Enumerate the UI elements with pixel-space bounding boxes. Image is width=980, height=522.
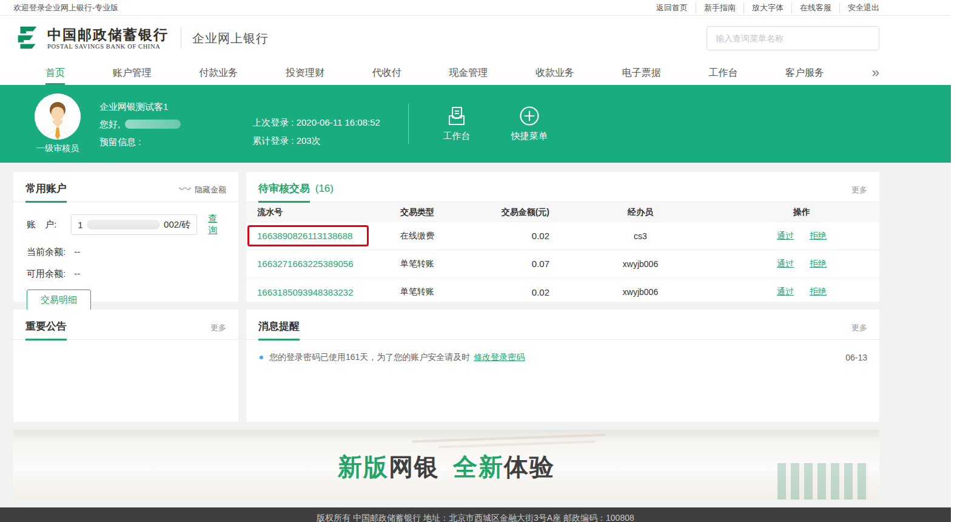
top-links: 返回首页 新手指南 放大字体 在线客服 安全退出 [648, 2, 879, 13]
nav-tab-collection-payment[interactable]: 代收付 [372, 61, 401, 85]
user-banner: 一级审核员 企业网银测试客1 您好, 预留信息 : 上次登录 : 2020-06… [0, 85, 951, 163]
last-login: 上次登录 : 2020-06-11 16:08:52 [252, 114, 380, 132]
highlight-red-box: 1663890826113138688 [247, 225, 369, 246]
link-beginner-guide[interactable]: 新手指南 [696, 2, 743, 13]
notices-more-link[interactable]: 更多 [210, 322, 226, 333]
copyright-text: 版权所有 中国邮政储蓄银行 地址：北京市西城区金融大街3号A座 邮政编码：100… [317, 513, 634, 522]
serial-link[interactable]: 1663271663225389056 [257, 259, 354, 269]
bank-name: 中国邮政储蓄银行 POSTAL SAVINGS BANK OF CHINA [47, 27, 169, 50]
change-password-link[interactable]: 修改登录密码 [474, 352, 525, 363]
header: 中国邮政储蓄银行 POSTAL SAVINGS BANK OF CHINA 企业… [0, 16, 951, 61]
link-enlarge-font[interactable]: 放大字体 [743, 2, 791, 13]
account-prefix: 1 [78, 220, 82, 230]
nav-tab-payment[interactable]: 付款业务 [199, 61, 238, 85]
nav-tab-workbench[interactable]: 工作台 [708, 61, 737, 85]
footer: 版权所有 中国邮政储蓄银行 地址：北京市西城区金融大街3号A座 邮政编码：100… [0, 507, 951, 522]
title-underline [258, 339, 300, 341]
pending-table: 流水号 交易类型 交易金额(元) 经办员 操作 1663890826113138… [246, 202, 879, 306]
hide-amount-toggle[interactable]: 隐藏金额 [179, 185, 226, 195]
approve-link[interactable]: 通过 [777, 286, 794, 296]
nav-tab-account-management[interactable]: 账户管理 [113, 61, 152, 85]
menu-search-input[interactable] [706, 26, 879, 50]
transaction-type: 单笔转账 [392, 259, 452, 269]
message-date: 06-13 [845, 353, 867, 362]
reject-link[interactable]: 拒绝 [810, 259, 827, 268]
pending-more-link[interactable]: 更多 [851, 185, 867, 195]
user-role: 一级审核员 [32, 143, 84, 154]
psbc-logo-icon [13, 24, 41, 52]
reject-link[interactable]: 拒绝 [810, 286, 827, 296]
col-actions: 操作 [731, 207, 872, 218]
closed-eye-icon [179, 187, 191, 193]
messages-panel-title: 消息提醒 [258, 319, 300, 333]
shortcut-workbench-label: 工作台 [435, 130, 478, 142]
col-operator: 经办员 [549, 207, 731, 218]
nav-tab-home[interactable]: 首页 [45, 61, 65, 85]
link-online-service[interactable]: 在线客服 [791, 2, 839, 13]
nav-tab-investment[interactable]: 投资理财 [286, 61, 324, 85]
nav-tab-customer-service[interactable]: 客户服务 [785, 61, 824, 85]
logo-divider [181, 27, 181, 49]
col-amount: 交易金额(元) [452, 207, 549, 218]
avatar [35, 93, 81, 140]
nav-tab-receivables[interactable]: 收款业务 [535, 61, 574, 85]
pencil-decoration [438, 440, 596, 448]
messages-more-link[interactable]: 更多 [851, 322, 867, 333]
nav-tab-cash-management[interactable]: 现金管理 [449, 61, 488, 85]
pending-panel-title: 待审核交易 (16) [258, 181, 334, 195]
important-notices-panel: 重要公告 更多 [13, 310, 238, 422]
company-name: 企业网银测试客1 [99, 98, 181, 115]
message-reminders-panel: 消息提醒 更多 您的登录密码已使用161天，为了您的账户安全请及时 修改登录密码… [246, 310, 879, 422]
current-balance-value: -- [74, 246, 80, 257]
query-link[interactable]: 查询 [208, 213, 226, 236]
reject-link[interactable]: 拒绝 [810, 231, 827, 240]
workbench-icon [446, 106, 468, 126]
link-safe-logout[interactable]: 安全退出 [839, 2, 879, 13]
serial-link[interactable]: 1663185093948383232 [257, 287, 354, 297]
serial-link[interactable]: 1663890826113138688 [257, 231, 352, 241]
transaction-operator: xwyjb006 [549, 259, 731, 269]
pending-table-header: 流水号 交易类型 交易金额(元) 经办员 操作 [246, 202, 879, 222]
table-row: 1663890826113138688 在线缴费 0.02 cs3 通过 拒绝 [246, 222, 879, 250]
common-accounts-panel: 常用账户 隐藏金额 账 户: 1 [13, 172, 238, 302]
bullet-icon [260, 356, 263, 359]
col-serial: 流水号 [246, 207, 392, 218]
masked-user-name [125, 120, 181, 129]
available-balance-label: 可用余额: [27, 268, 65, 279]
main-nav: 首页 账户管理 付款业务 投资理财 代收付 现金管理 收款业务 电子票据 工作台… [0, 61, 951, 85]
account-select[interactable]: 1 002/砖 [71, 214, 197, 235]
hide-amount-label: 隐藏金额 [195, 185, 226, 195]
title-underline [25, 201, 67, 203]
available-balance-value: -- [74, 268, 80, 279]
account-suffix: 002/砖 [164, 219, 190, 231]
nav-tab-e-bills[interactable]: 电子票据 [622, 61, 661, 85]
pending-count: (16) [315, 183, 334, 194]
transaction-amount: 0.02 [452, 287, 549, 297]
title-underline [258, 201, 310, 203]
product-name: 企业网上银行 [192, 30, 269, 47]
message-text: 您的登录密码已使用161天，为了您的账户安全请及时 [269, 352, 470, 363]
account-label: 账 户: [27, 219, 65, 231]
login-info: 上次登录 : 2020-06-11 16:08:52 累计登录 : 203次 [252, 114, 380, 150]
avatar-person-icon [35, 93, 81, 140]
transaction-operator: xwyjb006 [549, 287, 731, 297]
shortcut-quick-menu[interactable]: 快捷菜单 [508, 106, 551, 142]
slogan-part: 网银 [389, 453, 440, 480]
user-info: 企业网银测试客1 您好, 预留信息 : [99, 98, 181, 151]
page: 欢迎登录企业网上银行-专业版 返回首页 新手指南 放大字体 在线客服 安全退出 … [0, 0, 951, 522]
approve-link[interactable]: 通过 [777, 259, 794, 268]
masked-account-number [87, 220, 160, 229]
nav-more-icon[interactable]: » [872, 67, 879, 79]
shortcut-workbench[interactable]: 工作台 [435, 106, 478, 142]
pending-title-text: 待审核交易 [258, 183, 310, 194]
promo-banner: 新版网银全新体验 [13, 430, 879, 500]
link-return-home[interactable]: 返回首页 [648, 2, 696, 13]
approve-link[interactable]: 通过 [777, 231, 794, 240]
transaction-detail-button[interactable]: 交易明细 [27, 290, 91, 311]
plus-circle-icon [519, 106, 540, 126]
transaction-operator: cs3 [549, 231, 731, 241]
slogan-part: 新版 [338, 453, 389, 480]
reserved-info-label: 预留信息 : [99, 133, 181, 151]
transaction-amount: 0.02 [452, 231, 549, 241]
transaction-amount: 0.07 [452, 259, 549, 269]
